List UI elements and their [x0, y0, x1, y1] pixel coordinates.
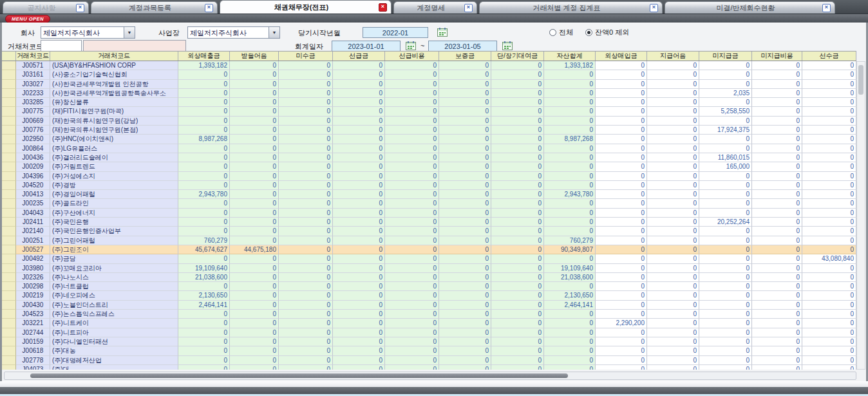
amount-cell[interactable]: 0 — [333, 254, 385, 263]
amount-cell[interactable]: 0 — [439, 98, 491, 107]
amount-cell[interactable]: 0 — [699, 135, 752, 144]
vendor-name-cell[interactable]: (주)그린조이 — [50, 245, 178, 254]
amount-cell[interactable]: 0 — [752, 346, 802, 355]
amount-cell[interactable]: 0 — [544, 107, 596, 116]
tab-3[interactable]: 계정명세× — [393, 1, 477, 14]
row-selector[interactable] — [2, 153, 16, 162]
amount-cell[interactable]: 0 — [752, 236, 802, 245]
tab-close-icon[interactable]: × — [464, 4, 473, 12]
table-row[interactable]: J02140(주)국민은행인증사업부0000000000000 — [2, 227, 856, 236]
amount-cell[interactable]: 0 — [491, 218, 544, 227]
amount-cell[interactable]: 19,109,640 — [178, 264, 230, 273]
vendor-name-cell[interactable]: (주)니트케이 — [50, 319, 178, 328]
row-selector[interactable] — [2, 301, 16, 310]
vendor-name-cell[interactable]: (재)한국의류시험연구원(본점) — [50, 126, 178, 135]
amount-cell[interactable]: 0 — [333, 310, 385, 319]
amount-cell[interactable]: 0 — [385, 282, 439, 291]
amount-cell[interactable]: 0 — [647, 218, 699, 227]
amount-cell[interactable]: 0 — [333, 218, 385, 227]
amount-cell[interactable]: 0 — [802, 282, 856, 291]
amount-cell[interactable]: 0 — [544, 117, 596, 126]
amount-cell[interactable]: 0 — [699, 70, 752, 79]
tab-2[interactable]: 채권채무장(전표)× — [220, 0, 392, 14]
vendor-code-cell[interactable]: J00251 — [16, 236, 50, 245]
amount-cell[interactable]: 0 — [439, 172, 491, 181]
amount-cell[interactable]: 0 — [178, 153, 230, 162]
amount-cell[interactable]: 0 — [230, 264, 279, 273]
vendor-code-cell[interactable]: J02744 — [16, 328, 50, 337]
table-row[interactable]: J00492(주)금담00000000000043,080,840 — [2, 254, 856, 263]
amount-cell[interactable]: 0 — [279, 254, 333, 263]
amount-cell[interactable]: 0 — [230, 80, 279, 89]
amount-cell[interactable]: 0 — [333, 80, 385, 89]
amount-cell[interactable]: 0 — [333, 236, 385, 245]
amount-cell[interactable]: 11,860,015 — [699, 153, 752, 162]
amount-cell[interactable]: 0 — [333, 153, 385, 162]
amount-cell[interactable]: 0 — [596, 254, 647, 263]
table-row[interactable]: J02233(사)한국관세무역개발원공항특송사무소00000000002,035… — [2, 89, 856, 98]
amount-cell[interactable]: 0 — [544, 227, 596, 236]
amount-cell[interactable]: 0 — [752, 172, 802, 181]
amount-cell[interactable]: 0 — [230, 365, 279, 370]
vendor-name-cell[interactable]: (주)LG유플러스 — [50, 144, 178, 153]
amount-cell[interactable]: 0 — [544, 80, 596, 89]
tab-close-icon[interactable]: × — [822, 4, 831, 12]
vendor-code-cell[interactable]: J00430 — [16, 301, 50, 310]
amount-cell[interactable]: 0 — [385, 162, 439, 171]
row-selector[interactable] — [2, 282, 16, 291]
row-selector[interactable] — [2, 264, 16, 273]
amount-cell[interactable]: 0 — [439, 301, 491, 310]
amount-cell[interactable]: 0 — [279, 337, 333, 346]
amount-cell[interactable]: 0 — [279, 245, 333, 254]
amount-cell[interactable]: 0 — [439, 135, 491, 144]
amount-cell[interactable]: 0 — [230, 181, 279, 190]
amount-cell[interactable]: 0 — [699, 190, 752, 199]
amount-cell[interactable]: 0 — [333, 337, 385, 346]
amount-cell[interactable]: 0 — [596, 282, 647, 291]
amount-cell[interactable]: 0 — [491, 190, 544, 199]
amount-cell[interactable]: 0 — [647, 291, 699, 300]
amount-cell[interactable]: 0 — [178, 107, 230, 116]
amount-cell[interactable]: 0 — [802, 98, 856, 107]
amount-cell[interactable]: 0 — [230, 291, 279, 300]
vendor-code-cell[interactable]: J00413 — [16, 190, 50, 199]
row-selector[interactable] — [2, 254, 16, 263]
amount-cell[interactable]: 0 — [491, 301, 544, 310]
vertical-scrollbar[interactable] — [856, 61, 865, 370]
amount-cell[interactable]: 0 — [752, 89, 802, 98]
table-row[interactable]: J00209(주)거림트렌드0000000000165,00000 — [2, 162, 856, 171]
amount-cell[interactable]: 0 — [385, 245, 439, 254]
amount-cell[interactable]: 0 — [491, 107, 544, 116]
row-selector[interactable] — [2, 218, 16, 227]
date-to-field[interactable]: 2023-01-05 — [428, 41, 497, 52]
vendor-code-cell[interactable]: J00776 — [16, 126, 50, 135]
amount-cell[interactable]: 0 — [647, 172, 699, 181]
amount-cell[interactable]: 0 — [439, 328, 491, 337]
amount-cell[interactable]: 0 — [491, 346, 544, 355]
amount-cell[interactable]: 0 — [647, 227, 699, 236]
amount-cell[interactable]: 0 — [596, 153, 647, 162]
vendor-code-cell[interactable]: J00864 — [16, 144, 50, 153]
amount-cell[interactable]: 0 — [439, 209, 491, 218]
amount-cell[interactable]: 0 — [385, 98, 439, 107]
amount-cell[interactable]: 0 — [333, 245, 385, 254]
vertical-scrollbar-thumb[interactable] — [858, 65, 863, 95]
amount-cell[interactable]: 0 — [439, 319, 491, 328]
amount-cell[interactable]: 0 — [178, 126, 230, 135]
amount-cell[interactable]: 0 — [385, 273, 439, 282]
amount-cell[interactable]: 0 — [802, 107, 856, 116]
vendor-name-cell[interactable]: (주)HNC(에이치앤씨) — [50, 135, 178, 144]
row-selector[interactable] — [2, 337, 16, 346]
amount-cell[interactable]: 0 — [752, 264, 802, 273]
amount-cell[interactable]: 0 — [178, 89, 230, 98]
vendor-code-cell[interactable]: J04396 — [16, 172, 50, 181]
amount-cell[interactable]: 0 — [385, 254, 439, 263]
amount-cell[interactable]: 0 — [802, 245, 856, 254]
vendor-code-cell[interactable]: J04043 — [16, 209, 50, 218]
amount-cell[interactable]: 0 — [279, 89, 333, 98]
amount-cell[interactable]: 0 — [230, 98, 279, 107]
vendor-code-cell[interactable]: J03285 — [16, 98, 50, 107]
amount-cell[interactable]: 0 — [647, 80, 699, 89]
horizontal-scrollbar-thumb[interactable] — [30, 373, 568, 378]
amount-cell[interactable]: 0 — [279, 172, 333, 181]
